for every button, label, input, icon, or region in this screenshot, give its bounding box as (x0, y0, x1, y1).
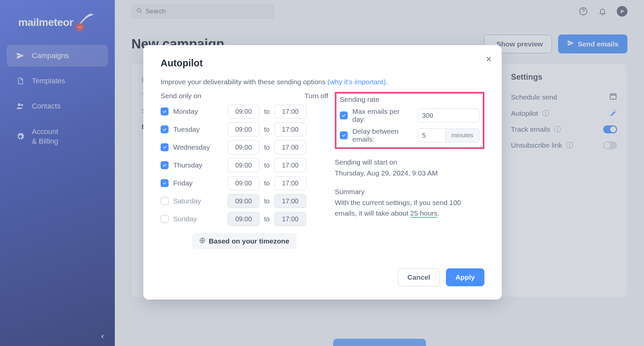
day-from-input[interactable] (228, 158, 259, 172)
day-row: Tuesdayto (161, 122, 328, 136)
day-checkbox[interactable] (161, 107, 169, 115)
delay-input[interactable] (418, 129, 445, 142)
day-row: Wednesdayto (161, 140, 328, 154)
timezone-info[interactable]: Based on your timezone (192, 233, 297, 249)
day-label: Monday (173, 107, 223, 115)
day-label: Thursday (173, 161, 223, 169)
delay-label: Delay between emails: (352, 127, 413, 143)
day-row: Sundayto (161, 212, 328, 226)
globe-icon (199, 237, 205, 245)
autopilot-modal: ✕ Autopilot Improve your deliverability … (143, 45, 502, 300)
turn-off-button[interactable]: Turn off (305, 92, 328, 100)
apply-button[interactable]: Apply (446, 268, 484, 286)
to-label: to (264, 179, 270, 187)
max-emails-checkbox[interactable] (340, 111, 348, 119)
modal-title: Autopilot (161, 58, 484, 69)
summary-info: Summary With the current settings, if yo… (335, 186, 484, 219)
day-checkbox[interactable] (161, 161, 169, 169)
close-icon[interactable]: ✕ (486, 55, 492, 64)
day-to-input[interactable] (274, 104, 306, 118)
to-label: to (264, 144, 270, 151)
why-important-link[interactable]: (why it's important) (327, 78, 386, 86)
day-row: Saturdayto (161, 194, 328, 208)
day-row: Thursdayto (161, 158, 328, 172)
max-emails-input[interactable] (418, 108, 479, 122)
day-to-input[interactable] (274, 212, 306, 226)
day-label: Tuesday (173, 125, 223, 133)
day-checkbox[interactable] (161, 143, 169, 151)
summary-hours: 25 hours (410, 209, 438, 218)
day-from-input[interactable] (228, 176, 259, 190)
day-row: Mondayto (161, 104, 328, 118)
day-from-input[interactable] (228, 194, 259, 208)
day-label: Sunday (173, 215, 223, 223)
to-label: to (264, 215, 270, 223)
to-label: to (264, 108, 270, 115)
delay-checkbox[interactable] (340, 131, 348, 139)
day-checkbox[interactable] (161, 179, 169, 187)
day-checkbox[interactable] (161, 215, 169, 223)
day-from-input[interactable] (228, 212, 259, 226)
delay-unit: minutes (445, 129, 479, 142)
sending-start-info: Sending will start on Thursday, Aug 29, … (335, 157, 484, 178)
to-label: to (264, 162, 270, 169)
sending-rate-highlight: Sending rate Max emails per day: Delay b… (335, 92, 484, 149)
day-row: Fridayto (161, 176, 328, 190)
day-checkbox[interactable] (161, 125, 169, 133)
day-to-input[interactable] (274, 194, 306, 208)
sending-rate-label: Sending rate (340, 96, 479, 104)
day-to-input[interactable] (274, 122, 306, 136)
day-to-input[interactable] (274, 176, 306, 190)
day-to-input[interactable] (274, 158, 306, 172)
day-checkbox[interactable] (161, 197, 169, 205)
day-from-input[interactable] (228, 104, 259, 118)
cancel-button[interactable]: Cancel (398, 268, 440, 286)
day-to-input[interactable] (274, 140, 306, 154)
to-label: to (264, 126, 270, 133)
day-label: Friday (173, 179, 223, 187)
day-from-input[interactable] (228, 122, 259, 136)
max-emails-label: Max emails per day: (352, 107, 413, 123)
day-from-input[interactable] (228, 140, 259, 154)
day-label: Wednesday (173, 143, 223, 151)
modal-description: Improve your deliverability with these s… (161, 78, 484, 86)
day-label: Saturday (173, 197, 223, 205)
to-label: to (264, 197, 270, 205)
send-only-on-label: Send only on (161, 92, 201, 100)
